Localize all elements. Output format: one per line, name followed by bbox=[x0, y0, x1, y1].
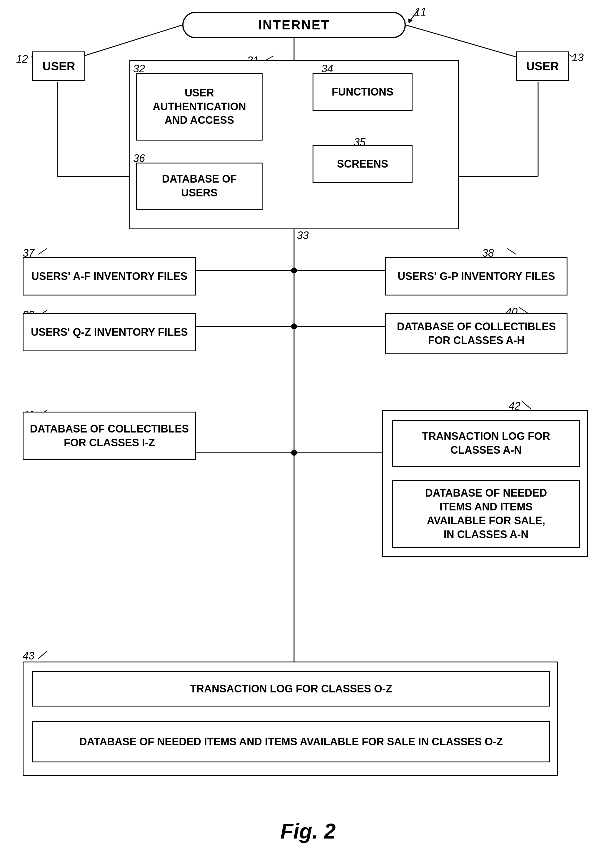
svg-point-15 bbox=[291, 450, 297, 456]
db-users-box: DATABASE OFUSERS bbox=[136, 162, 262, 210]
user-left-box: USER bbox=[32, 51, 85, 81]
svg-line-25 bbox=[38, 248, 47, 254]
outer-box-43: TRANSACTION LOG FOR CLASSES O-Z DATABASE… bbox=[23, 662, 558, 776]
user-auth-box: USERAUTHENTICATIONAND ACCESS bbox=[136, 73, 262, 141]
svg-line-20 bbox=[410, 9, 419, 21]
outer-box-42: TRANSACTION LOG FORCLASSES A-N DATABASE … bbox=[382, 410, 588, 557]
users-af-box: USERS' A-F INVENTORY FILES bbox=[23, 257, 196, 296]
user-right-box: USER bbox=[516, 51, 569, 81]
db-collectibles-iz-box: DATABASE OF COLLECTIBLESFOR CLASSES I-Z bbox=[23, 412, 196, 460]
users-qz-box: USERS' Q-Z INVENTORY FILES bbox=[23, 313, 196, 351]
ref-43: 43 bbox=[23, 650, 34, 662]
svg-line-0 bbox=[80, 25, 182, 57]
db-needed-an-box: DATABASE OF NEEDEDITEMS AND ITEMSAVAILAB… bbox=[392, 480, 580, 548]
diagram-container: 11 INTERNET 12 USER 13 USER 31 32 USERAU… bbox=[0, 0, 616, 855]
trans-log-an-box: TRANSACTION LOG FORCLASSES A-N bbox=[392, 420, 580, 467]
arrow-42 bbox=[521, 400, 535, 410]
svg-line-26 bbox=[507, 248, 516, 254]
svg-marker-21 bbox=[408, 18, 412, 23]
arrow-37 bbox=[34, 247, 49, 256]
arrow-11 bbox=[403, 7, 420, 23]
functions-box: FUNCTIONS bbox=[313, 73, 412, 111]
server-block: 32 USERAUTHENTICATIONAND ACCESS 34 FUNCT… bbox=[129, 60, 459, 229]
svg-point-12 bbox=[291, 323, 297, 329]
internet-box: INTERNET bbox=[182, 12, 406, 38]
arrow-38 bbox=[506, 247, 521, 256]
svg-point-9 bbox=[291, 268, 297, 273]
arrow-43 bbox=[34, 650, 49, 660]
trans-log-oz-box: TRANSACTION LOG FOR CLASSES O-Z bbox=[32, 671, 550, 706]
svg-line-1 bbox=[406, 25, 518, 57]
screens-box: SCREENS bbox=[313, 145, 412, 183]
db-collectibles-ah-box: DATABASE OF COLLECTIBLESFOR CLASSES A-H bbox=[385, 313, 567, 354]
ref-12: 12 bbox=[16, 53, 28, 65]
db-needed-oz-box: DATABASE OF NEEDED ITEMS AND ITEMS AVAIL… bbox=[32, 721, 550, 762]
users-gp-box: USERS' G-P INVENTORY FILES bbox=[385, 257, 567, 296]
figure-caption: Fig. 2 bbox=[0, 819, 616, 843]
ref-33: 33 bbox=[297, 229, 309, 242]
svg-line-31 bbox=[38, 651, 47, 659]
svg-line-30 bbox=[522, 401, 531, 409]
svg-line-28 bbox=[519, 307, 528, 313]
